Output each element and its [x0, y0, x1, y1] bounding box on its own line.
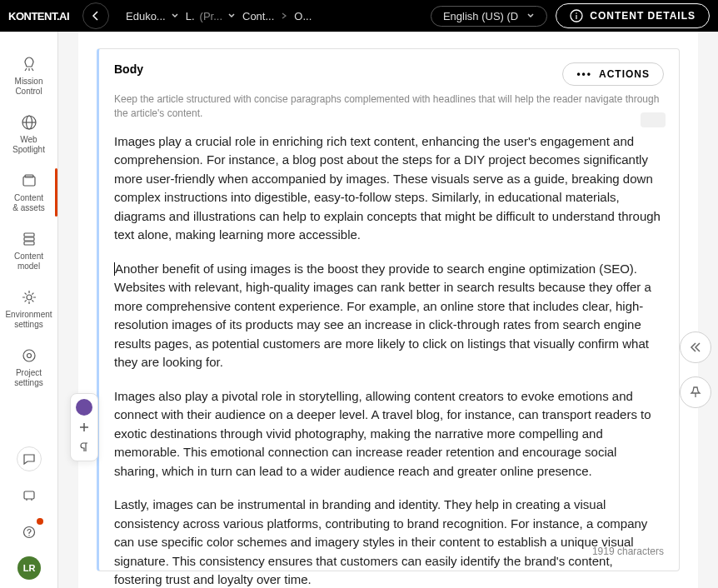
sidebar-label: Project settings	[14, 368, 42, 388]
toolbar-add-button[interactable]	[74, 417, 94, 437]
field-title: Body	[114, 62, 143, 76]
help-icon	[22, 526, 36, 539]
rich-text-content[interactable]: Images play a crucial role in enriching …	[114, 132, 664, 588]
back-button[interactable]	[82, 2, 109, 29]
breadcrumb-separator	[281, 12, 287, 19]
svg-rect-6	[23, 177, 35, 186]
sidebar-item-content-model[interactable]: Content model	[0, 222, 57, 280]
placeholder-icon	[641, 112, 666, 127]
paragraph-icon	[78, 441, 90, 453]
sidebar-label: Content model	[14, 252, 43, 272]
pin-icon	[689, 386, 702, 399]
feedback-button[interactable]	[17, 483, 42, 508]
field-helper: Keep the article structured with concise…	[114, 92, 664, 121]
sidebar-label: Mission Control	[15, 77, 43, 97]
chat-button[interactable]	[17, 446, 42, 471]
sidebar-label: Content & assets	[12, 193, 44, 213]
chevron-left-icon	[91, 11, 101, 21]
breadcrumb-item-2[interactable]: Cont...	[242, 10, 274, 22]
svg-point-1	[576, 12, 577, 14]
dots-icon: •••	[576, 68, 592, 80]
sidebar-item-environment-settings[interactable]: Environment settings	[0, 280, 57, 338]
svg-rect-2	[576, 15, 577, 19]
database-icon	[20, 230, 38, 248]
svg-point-16	[28, 535, 29, 536]
paragraph: Another benefit of using images is the b…	[114, 260, 664, 372]
actions-button[interactable]: ••• ACTIONS	[562, 62, 664, 86]
chevron-double-left-icon	[689, 341, 702, 354]
svg-rect-8	[24, 233, 34, 237]
plus-icon	[78, 421, 90, 433]
gear-icon	[20, 288, 38, 306]
svg-point-13	[23, 350, 35, 361]
pin-button[interactable]	[680, 376, 711, 408]
svg-rect-9	[24, 237, 34, 241]
feedback-icon	[22, 489, 36, 502]
editor-toolbar	[70, 393, 98, 461]
toolbar-paragraph-button[interactable]	[74, 437, 94, 457]
svg-rect-10	[24, 242, 34, 245]
sidebar-item-mission-control[interactable]: Mission Control	[0, 47, 57, 105]
globe-icon	[20, 113, 38, 132]
logo: KONTENT.AI	[8, 10, 69, 22]
paragraph: Images play a crucial role in enriching …	[114, 132, 664, 245]
folder-icon	[20, 172, 38, 190]
toolbar-avatar[interactable]	[74, 397, 94, 417]
sidebar-item-web-spotlight[interactable]: Web Spotlight	[0, 105, 57, 163]
svg-point-11	[27, 295, 32, 300]
chevron-down-icon	[526, 12, 535, 20]
breadcrumb-item-3[interactable]: O...	[294, 10, 312, 22]
rocket-icon	[20, 55, 38, 73]
sidebar-item-content-assets[interactable]: Content & assets	[0, 163, 57, 222]
chevron-down-icon	[171, 12, 179, 20]
collaborator-avatar	[76, 399, 92, 416]
info-icon	[570, 9, 583, 22]
collapse-button[interactable]	[680, 331, 711, 363]
sidebar-label: Environment settings	[5, 310, 52, 330]
sidebar-label: Web Spotlight	[12, 135, 45, 155]
character-count: 1919 characters	[592, 546, 664, 557]
svg-point-12	[27, 354, 31, 358]
settings-icon	[20, 346, 38, 365]
paragraph: Images also play a pivotal role in story…	[114, 387, 664, 481]
chat-icon	[22, 452, 36, 466]
help-button[interactable]	[17, 520, 42, 545]
body-field[interactable]: Body ••• ACTIONS Keep the article struct…	[97, 48, 680, 571]
paragraph: Lastly, images can be instrumental in br…	[114, 496, 664, 588]
user-avatar[interactable]: LR	[17, 556, 41, 580]
breadcrumb-item-1[interactable]: L. (Pr...	[186, 10, 236, 22]
chevron-down-icon	[227, 12, 236, 20]
svg-rect-14	[24, 491, 34, 499]
language-selector[interactable]: English (US) (D	[431, 6, 547, 27]
breadcrumb-item-0[interactable]: Eduko...	[126, 10, 179, 22]
content-details-button[interactable]: CONTENT DETAILS	[556, 3, 710, 28]
sidebar-item-project-settings[interactable]: Project settings	[0, 338, 57, 396]
